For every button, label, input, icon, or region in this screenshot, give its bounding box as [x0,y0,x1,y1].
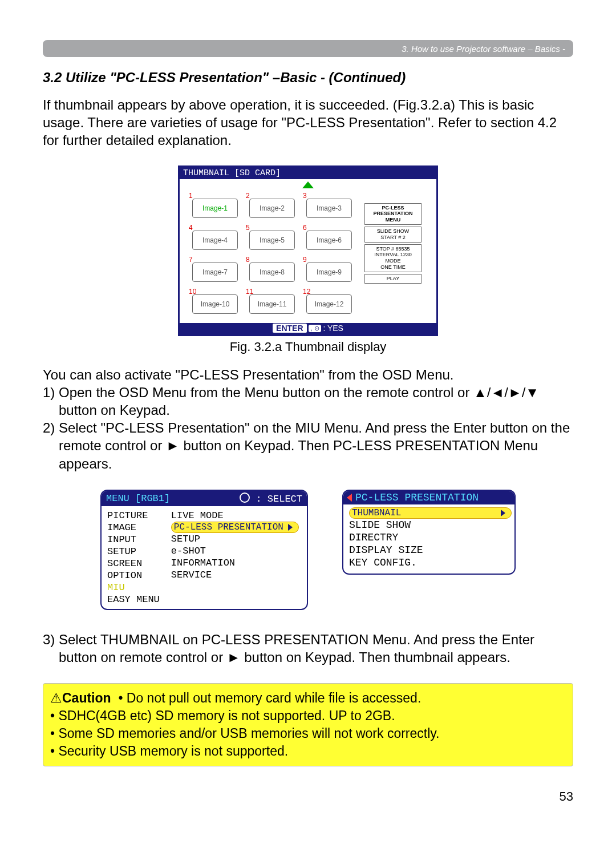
pc-less-menu-title: PC-LESS PRESENTATION [355,492,479,503]
menu-item: SERVICE [171,569,299,581]
pc-less-menu-header: PC-LESS PRESENTATION [343,491,514,504]
warning-icon: ⚠ [50,691,62,705]
thumb-cell: 4Image-4 [189,225,239,252]
menu-item: e-SHOT [171,545,299,557]
menu-item: SLIDE SHOW [349,519,509,531]
menu-item: LIVE MODE [171,510,299,522]
menu-item: PICTURE [107,510,160,522]
menu-item: DIRECTRY [349,531,509,544]
page-number: 53 [43,789,573,804]
pc-less-presentation-pill: PC-LESS PRESENTATION [171,522,299,533]
menu-item: OPTION [107,570,160,582]
figure-thumbnail: THUMBNAIL [SD CARD] 1Image-1 2Image-2 3I… [43,165,573,354]
side-box: PC-LESS PRESENTATION MENU [364,203,422,225]
main-menu-select-label: : SELECT [256,494,302,504]
thumb-cell: 9Image-9 [303,257,353,284]
menu-item: EASY MENU [107,594,160,605]
pill-label: THUMBNAIL [352,508,401,518]
menu-item: INFORMATION [171,557,299,569]
side-box: STOP # 65535 INTERVAL 1230 MODE ONE TIME [364,244,422,272]
figure-caption: Fig. 3.2.a Thumbnail display [43,340,573,354]
menu-item: DISPLAY SIZE [349,544,509,556]
main-menu-title: MENU [RGB1] [106,493,170,504]
thumbnail-window-title: THUMBNAIL [SD CARD] [180,167,436,179]
caution-line-2: • SDHC(4GB etc) SD memory is not support… [50,708,395,723]
osd-instructions: You can also activate "PC-LESS Presentat… [43,366,573,473]
step-2: 2) Select "PC-LESS Presentation" on the … [43,419,573,473]
thumbnail-pill: THUMBNAIL [349,507,512,519]
side-box: PLAY [364,274,422,284]
chapter-header-text: 3. How to use Projector software – Basic… [402,44,565,54]
side-box: SLIDE SHOW START # 2 [364,227,422,243]
thumb-cell: 2Image-2 [246,193,296,220]
menu-item: KEY CONFIG. [349,556,509,569]
menu-item: IMAGE [107,522,160,534]
thumbnail-footer: ENTER , ⊙ : YES [180,323,436,334]
osd-intro: You can also activate "PC-LESS Presentat… [43,366,573,383]
step-3-block: 3) Select THUMBNAIL on PC-LESS PRESENTAT… [43,631,573,666]
menu-item-miu: MIU [107,582,160,594]
thumb-cell: 11Image-11 [246,289,296,316]
thumb-cell: 8Image-8 [246,257,296,284]
menu-item: INPUT [107,534,160,546]
thumb-cell: 7Image-7 [189,257,239,284]
thumb-cell: 6Image-6 [303,225,353,252]
thumb-cell: 12Image-12 [303,289,353,316]
caution-line-4: • Security USB memory is not supported. [50,744,288,758]
main-menu-left-col: PICTURE IMAGE INPUT SETUP SCREEN OPTION … [102,506,165,609]
yes-label: : YES [323,324,343,333]
section-title: 3.2 Utilize "PC-LESS Presentation" –Basi… [43,70,573,86]
menu-item: SETUP [171,533,299,545]
triangle-right-icon [288,524,293,531]
pill-label: PC-LESS PRESENTATION [174,522,283,532]
triangle-left-icon [347,494,352,502]
pc-less-menu-body: THUMBNAIL SLIDE SHOW DIRECTRY DISPLAY SI… [343,504,514,574]
thumb-cell: 10Image-10 [189,289,239,316]
caution-box: ⚠Caution • Do not pull out memory card w… [43,683,573,766]
main-menu-right-col: LIVE MODE PC-LESS PRESENTATION SETUP e-S… [165,506,305,609]
main-menu-box: MENU [RGB1] : SELECT PICTURE IMAGE INPUT… [100,490,308,610]
thumb-cell: 1Image-1 [189,193,239,220]
thumb-cell: 5Image-5 [246,225,296,252]
step-1: 1) Open the OSD Menu from the Menu butto… [43,383,573,419]
intro-paragraph: If thumbnail appears by above operation,… [43,96,573,150]
main-menu-header: MENU [RGB1] : SELECT [102,491,307,506]
thumbnail-side-panel: PC-LESS PRESENTATION MENU SLIDE SHOW STA… [362,186,426,323]
select-cross-icon [240,492,250,503]
enter-dot-icon: , ⊙ [309,325,321,332]
pc-less-menu-box: PC-LESS PRESENTATION THUMBNAIL SLIDE SHO… [342,490,516,575]
caution-label: Caution [62,691,111,705]
caution-line-3: • Some SD memories and/or USB memories w… [50,726,439,741]
enter-label: ENTER [273,324,306,333]
menu-item: SETUP [107,546,160,558]
step-3: 3) Select THUMBNAIL on PC-LESS PRESENTAT… [43,631,573,666]
menu-figures: MENU [RGB1] : SELECT PICTURE IMAGE INPUT… [43,490,573,610]
menu-item: SCREEN [107,558,160,570]
thumbnail-window: THUMBNAIL [SD CARD] 1Image-1 2Image-2 3I… [178,165,438,336]
thumbnail-grid: 1Image-1 2Image-2 3Image-3 4Image-4 5Ima… [180,186,362,323]
triangle-right-icon [501,510,505,516]
chapter-header-bar: 3. How to use Projector software – Basic… [43,40,573,57]
thumb-cell: 3Image-3 [303,193,353,220]
caution-line-1: • Do not pull out memory card while file… [118,691,421,705]
